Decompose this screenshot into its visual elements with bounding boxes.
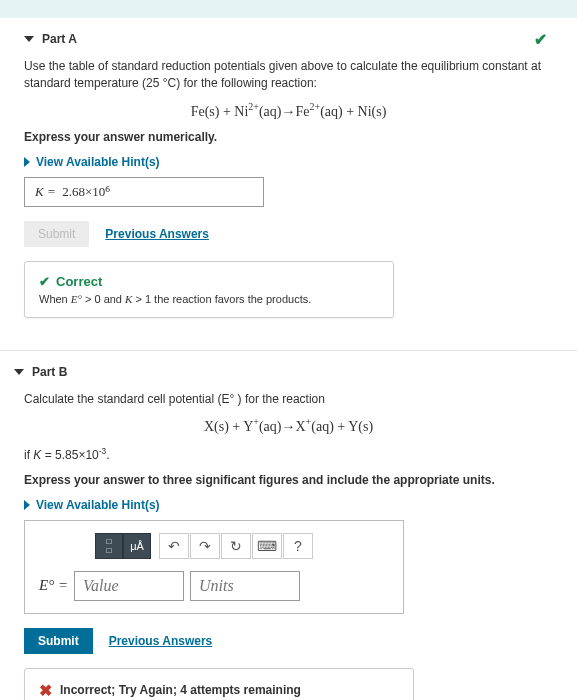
answer-display-a: K = 2.68×10⁶ (24, 177, 264, 207)
units-input[interactable] (190, 571, 300, 601)
chevron-down-icon (24, 36, 34, 42)
keyboard-icon[interactable]: ⌨ (252, 533, 282, 559)
hints-toggle-a[interactable]: View Available Hint(s) (24, 155, 553, 169)
top-bar (0, 0, 577, 18)
chevron-down-icon (14, 369, 24, 375)
check-icon: ✔ (39, 274, 50, 289)
part-a-prompt: Use the table of standard reduction pote… (24, 58, 553, 93)
part-b-condition: if K = 5.85×10-3. (24, 445, 553, 464)
feedback-incorrect-box: ✖ Incorrect; Try Again; 4 attempts remai… (24, 668, 414, 700)
reset-icon[interactable]: ↻ (221, 533, 251, 559)
submit-button-a: Submit (24, 221, 89, 247)
input-variable-label: E° = (39, 577, 68, 594)
undo-icon[interactable]: ↶ (159, 533, 189, 559)
part-b-equation: X(s) + Y+(aq)→X+(aq) + Y(s) (24, 416, 553, 435)
answer-value: 2.68×10⁶ (62, 184, 110, 199)
part-b-prompt: Calculate the standard cell potential (E… (24, 391, 553, 408)
part-a-equation: Fe(s) + Ni2+(aq)→Fe2+(aq) + Ni(s) (24, 101, 553, 120)
feedback-correct-box: ✔ Correct When E° > 0 and K > 1 the reac… (24, 261, 394, 318)
help-icon[interactable]: ? (283, 533, 313, 559)
feedback-incorrect-text: Incorrect; Try Again; 4 attempts remaini… (60, 683, 301, 697)
part-a-title: Part A (42, 32, 77, 46)
feedback-correct-text: When E° > 0 and K > 1 the reaction favor… (39, 293, 379, 305)
part-b-section: Part B Calculate the standard cell poten… (0, 365, 577, 700)
format-template-icon[interactable]: □□ (95, 533, 123, 559)
chevron-right-icon (24, 500, 30, 510)
part-a-section: ✔ Part A Use the table of standard reduc… (0, 32, 577, 346)
unit-button[interactable]: μÅ (123, 533, 151, 559)
hints-label: View Available Hint(s) (36, 498, 160, 512)
part-b-header[interactable]: Part B (14, 365, 553, 391)
x-icon: ✖ (39, 681, 52, 700)
hints-toggle-b[interactable]: View Available Hint(s) (24, 498, 553, 512)
part-a-header[interactable]: Part A (24, 32, 534, 58)
previous-answers-link-a[interactable]: Previous Answers (105, 227, 209, 241)
submit-button-b[interactable]: Submit (24, 628, 93, 654)
correct-check-icon: ✔ (534, 30, 547, 49)
value-input[interactable] (74, 571, 184, 601)
redo-icon[interactable]: ↷ (190, 533, 220, 559)
answer-var: K = (35, 184, 56, 199)
part-a-instruction: Express your answer numerically. (24, 129, 553, 146)
previous-answers-link-b[interactable]: Previous Answers (109, 634, 213, 648)
feedback-correct-label: Correct (56, 274, 102, 289)
chevron-right-icon (24, 157, 30, 167)
section-divider (0, 350, 577, 351)
part-b-title: Part B (32, 365, 67, 379)
input-toolbar: □□ μÅ ↶ ↷ ↻ ⌨ ? (95, 533, 389, 559)
hints-label: View Available Hint(s) (36, 155, 160, 169)
answer-input-panel: □□ μÅ ↶ ↷ ↻ ⌨ ? E° = (24, 520, 404, 614)
part-b-instruction: Express your answer to three significant… (24, 472, 553, 489)
